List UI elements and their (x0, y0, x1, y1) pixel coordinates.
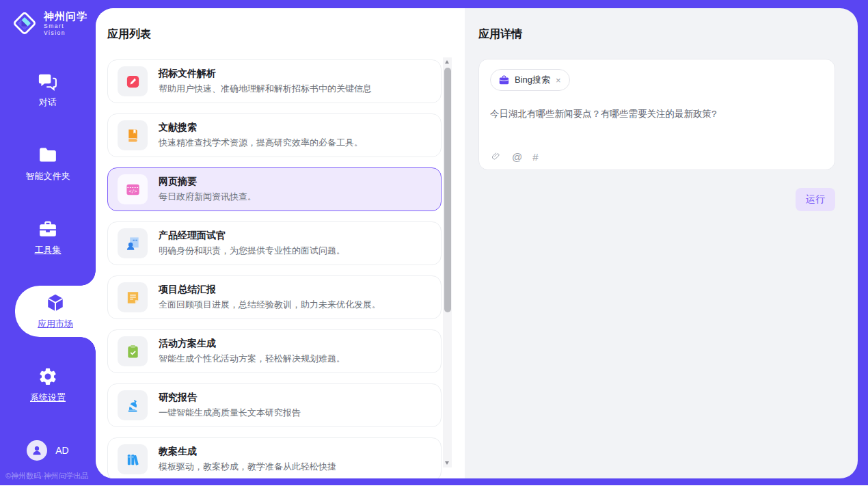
app-item-desc: 全面回顾项目进展，总结经验教训，助力未来优化发展。 (159, 299, 381, 311)
tag-close-icon[interactable]: × (555, 75, 562, 85)
app-item-desc: 快速精准查找学术资源，提高研究效率的必备工具。 (159, 137, 363, 149)
app-item-title: 教案生成 (159, 446, 336, 458)
app-item-title: 文献搜索 (159, 122, 363, 134)
gear-icon (38, 366, 58, 387)
app-item-title: 网页摘要 (159, 176, 256, 188)
research-report-icon (118, 390, 148, 420)
app-detail-panel: 应用详情 Bing搜索 × 今日湖北有哪些新闻要点？有哪些需要关注的最新政策? … (465, 8, 858, 478)
sidebar-item-app-market[interactable]: 应用市场 (15, 286, 96, 337)
activity-plan-icon (118, 336, 148, 366)
project-report-icon (118, 282, 148, 312)
tool-tag-bing-search[interactable]: Bing搜索 × (490, 69, 570, 91)
web-summary-icon: </> (118, 174, 148, 204)
tender-doc-icon (118, 66, 148, 96)
app-list-item[interactable]: 产品经理面试官 明确身份和职责，为您提供专业性的面试问题。 (107, 221, 442, 265)
brand-logo: 神州问学 Smart Vision (0, 0, 96, 37)
app-list-item-selected[interactable]: </> 网页摘要 每日政府新闻资讯快查。 (107, 167, 442, 211)
app-list-title: 应用列表 (107, 27, 465, 42)
app-item-desc: 模板驱动，教案秒成，教学准备从此轻松快捷 (159, 461, 336, 473)
main-content: 应用列表 招标文件解析 帮助用户快速、准确地理解和解析招标书中的关键信息 (96, 8, 858, 478)
folder-icon (38, 145, 58, 165)
tool-tag-label: Bing搜索 (515, 74, 550, 86)
app-list-item[interactable]: 项目总结汇报 全面回顾项目进展，总结经验教训，助力未来优化发展。 (107, 275, 442, 319)
app-item-title: 招标文件解析 (159, 68, 372, 80)
app-item-desc: 智能生成个性化活动方案，轻松解决规划难题。 (159, 353, 345, 365)
toolbox-icon (38, 219, 58, 239)
app-item-desc: 每日政府新闻资讯快查。 (159, 191, 256, 203)
chat-icon (38, 71, 58, 92)
app-list: 招标文件解析 帮助用户快速、准确地理解和解析招标书中的关键信息 文献搜索 快速精… (107, 59, 442, 478)
sidebar-item-label: 系统设置 (30, 392, 66, 404)
lesson-plan-icon (118, 444, 148, 474)
literature-search-icon (118, 120, 148, 150)
list-scrollbar (443, 57, 452, 467)
bottom-strip (0, 485, 868, 488)
hash-icon[interactable]: # (532, 152, 538, 162)
avatar (27, 440, 47, 461)
sidebar-item-label: 工具集 (35, 244, 62, 256)
sidebar-item-toolset[interactable]: 工具集 (0, 212, 96, 263)
cube-icon (45, 293, 66, 313)
user-name: AD (55, 445, 68, 456)
app-item-desc: 明确身份和职责，为您提供专业性的面试问题。 (159, 245, 345, 257)
app-detail-title: 应用详情 (478, 27, 835, 42)
sidebar-item-chat[interactable]: 对话 (0, 64, 96, 116)
app-item-desc: 一键智能生成高质量长文本研究报告 (159, 407, 301, 419)
sidebar-item-label: 应用市场 (38, 318, 73, 330)
app-item-desc: 帮助用户快速、准确地理解和解析招标书中的关键信息 (159, 83, 372, 95)
prompt-card[interactable]: Bing搜索 × 今日湖北有哪些新闻要点？有哪些需要关注的最新政策? @ # (478, 59, 835, 170)
scroll-up-icon[interactable] (443, 57, 452, 67)
sidebar-item-smart-folder[interactable]: 智能文件夹 (0, 138, 96, 189)
paperclip-icon[interactable] (491, 151, 502, 162)
app-list-item[interactable]: 教案生成 模板驱动，教案秒成，教学准备从此轻松快捷 (107, 437, 442, 478)
app-item-title: 产品经理面试官 (159, 230, 345, 242)
mention-icon[interactable]: @ (512, 152, 522, 162)
diamond-logo-icon (11, 10, 38, 37)
app-list-panel: 应用列表 招标文件解析 帮助用户快速、准确地理解和解析招标书中的关键信息 (96, 8, 465, 478)
sidebar: 神州问学 Smart Vision 对话 智能文件夹 工具集 (0, 0, 96, 485)
user-account[interactable]: AD (0, 440, 96, 461)
scrollbar-thumb[interactable] (444, 68, 451, 312)
app-item-title: 项目总结汇报 (159, 284, 381, 296)
sidebar-item-label: 对话 (39, 96, 57, 109)
interviewer-icon (118, 228, 148, 258)
query-input[interactable]: 今日湖北有哪些新闻要点？有哪些需要关注的最新政策? (490, 107, 824, 121)
brand-subtitle: Smart Vision (44, 23, 89, 36)
run-button[interactable]: 运行 (796, 188, 835, 211)
copyright-text: ©神州数码·神州问学出品 (5, 471, 94, 481)
input-toolbar: @ # (491, 151, 539, 162)
sidebar-nav: 对话 智能文件夹 工具集 应用市场 (0, 64, 96, 411)
app-list-item[interactable]: 招标文件解析 帮助用户快速、准确地理解和解析招标书中的关键信息 (107, 59, 442, 103)
app-list-item[interactable]: 研究报告 一键智能生成高质量长文本研究报告 (107, 383, 442, 427)
briefcase-icon (498, 74, 510, 86)
brand-name: 神州问学 (44, 10, 89, 23)
app-list-item[interactable]: 活动方案生成 智能生成个性化活动方案，轻松解决规划难题。 (107, 329, 442, 373)
user-icon (31, 444, 43, 457)
svg-text:</>: </> (128, 189, 137, 194)
scroll-down-icon[interactable] (443, 458, 452, 467)
sidebar-item-label: 智能文件夹 (26, 170, 70, 182)
app-list-item[interactable]: 文献搜索 快速精准查找学术资源，提高研究效率的必备工具。 (107, 113, 442, 157)
sidebar-item-settings[interactable]: 系统设置 (0, 360, 96, 411)
app-item-title: 活动方案生成 (159, 338, 345, 350)
app-item-title: 研究报告 (159, 392, 301, 404)
